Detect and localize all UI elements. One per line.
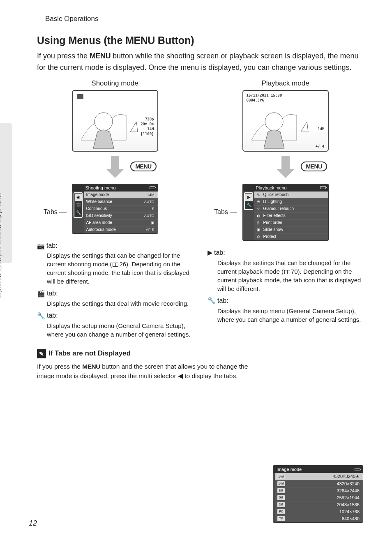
menu-row: 14M4320×3240 <box>275 480 363 487</box>
playback-menu: Playback menu ▶ 🔧 ✎Quick retouch☀D-Light… <box>242 184 329 241</box>
menu-row: ✧Glamour retouch <box>254 205 328 212</box>
menu-row: ◐Filter effects <box>254 212 328 219</box>
battery-icon <box>150 186 155 189</box>
menu-row: Image mode14M <box>84 192 158 198</box>
shooting-menu: Shooting menu ◉ 🎬 🔧 Image mode14MWhite b… <box>72 184 158 234</box>
shooting-screen-illustration: 720p 29m 0s 14M [1100] <box>72 90 158 152</box>
menu-row: ⎙Print order <box>254 219 328 226</box>
menu-row: ContinuousS <box>84 205 158 212</box>
tabs-callout: Tabs <box>214 208 237 216</box>
intro-paragraph: If you press the MENU button while the s… <box>37 51 363 74</box>
playback-column: Playback mode 15/11/2011 15:30 0004.JPG … <box>208 79 363 342</box>
playback-descriptions: ▶tab:Displays the settings that can be c… <box>208 248 363 324</box>
menu-row: ✎Quick retouch <box>254 192 328 198</box>
shooting-menu-tabs: ◉ 🎬 🔧 <box>74 192 83 218</box>
arrow-down-icon <box>106 156 125 180</box>
desc-item: 📷tab:Displays the settings that can be c… <box>37 241 193 286</box>
battery-icon <box>355 468 360 471</box>
note-section: ✎If Tabs are not Displayed If you press … <box>37 349 363 381</box>
menu-row: ISO sensitivityAUTO <box>84 212 158 219</box>
svg-point-2 <box>265 113 283 131</box>
svg-rect-1 <box>77 94 83 99</box>
wrench-tab-icon: 🔧 <box>75 209 82 217</box>
menu-row: Autofocus modeAF-S <box>84 226 158 233</box>
menu-row: ⊙Protect <box>254 233 328 240</box>
desc-item: 🔧tab:Displays the setup menu (General Ca… <box>37 311 193 339</box>
wrench-icon: 🔧 <box>208 296 216 305</box>
battery-icon <box>320 186 326 189</box>
menu-word-inline: MENU <box>90 52 111 60</box>
menu-row: 3M2048×1536 <box>275 501 363 508</box>
shooting-menu-title: Shooting menu <box>72 184 158 192</box>
playback-menu-tabs: ▶ 🔧 <box>244 192 253 210</box>
desc-item: 🎬tab:Displays the settings that deal wit… <box>37 289 193 308</box>
page-number: 12 <box>29 519 37 528</box>
playback-screen-illustration: 15/11/2011 15:30 0004.JPG 4/ 4 14M <box>242 90 329 152</box>
tabs-callout: Tabs <box>44 208 67 216</box>
menu-row: White balanceAUTO <box>84 198 158 205</box>
menu-row: AF area mode▣ <box>84 219 158 226</box>
menu-row: PC1024×768 <box>275 508 363 515</box>
image-mode-menu: Image mode 14M4320×3240★14M4320×32408M32… <box>273 465 363 523</box>
wrench-tab-icon: 🔧 <box>245 201 253 209</box>
wrench-icon: 🔧 <box>37 312 45 321</box>
play-tab-icon: ▶ <box>245 194 253 201</box>
camera-icon: 📷 <box>37 242 45 250</box>
playback-menu-title: Playback menu <box>243 184 328 192</box>
menu-word: MENU <box>125 35 155 46</box>
menu-button-label: MENU <box>130 162 156 171</box>
desc-item: ▶tab:Displays the settings that can be c… <box>208 248 363 293</box>
menu-row: TV640×480 <box>275 515 363 522</box>
playback-mode-label: Playback mode <box>208 79 363 88</box>
arrow-down-icon <box>276 156 295 180</box>
image-mode-title: Image mode <box>273 466 363 473</box>
desc-item: 🔧tab:Displays the setup menu (General Ca… <box>208 296 363 324</box>
page-title: Using Menus (the MENU Button) <box>37 35 363 46</box>
menu-row: 5M2592×1944 <box>275 494 363 501</box>
svg-point-0 <box>95 113 113 131</box>
menu-row: ☀D-Lighting <box>254 198 328 205</box>
shooting-descriptions: 📷tab:Displays the settings that can be c… <box>37 241 193 339</box>
menu-row: ▣Slide show <box>254 226 328 233</box>
shooting-mode-label: Shooting mode <box>37 79 193 88</box>
note-body: If you press the MENU button and the scr… <box>37 362 255 381</box>
movie-icon: 🎬 <box>37 289 45 298</box>
menu-row: 8M3264×2448 <box>275 487 363 494</box>
play-icon: ▶ <box>208 248 212 257</box>
book-icon <box>113 263 118 267</box>
shooting-column: Shooting mode 720p 29m 0s 14M [1100] MEN… <box>37 79 193 342</box>
menu-button-label: MENU <box>301 162 327 171</box>
book-icon <box>284 270 290 274</box>
note-heading: ✎If Tabs are not Displayed <box>37 349 363 358</box>
breadcrumb: Basic Operations <box>45 15 363 23</box>
pencil-icon: ✎ <box>37 349 46 358</box>
camera-tab-icon: ◉ <box>75 194 82 201</box>
movie-tab-icon: 🎬 <box>75 201 82 209</box>
menu-row: 14M4320×3240★ <box>275 473 363 480</box>
